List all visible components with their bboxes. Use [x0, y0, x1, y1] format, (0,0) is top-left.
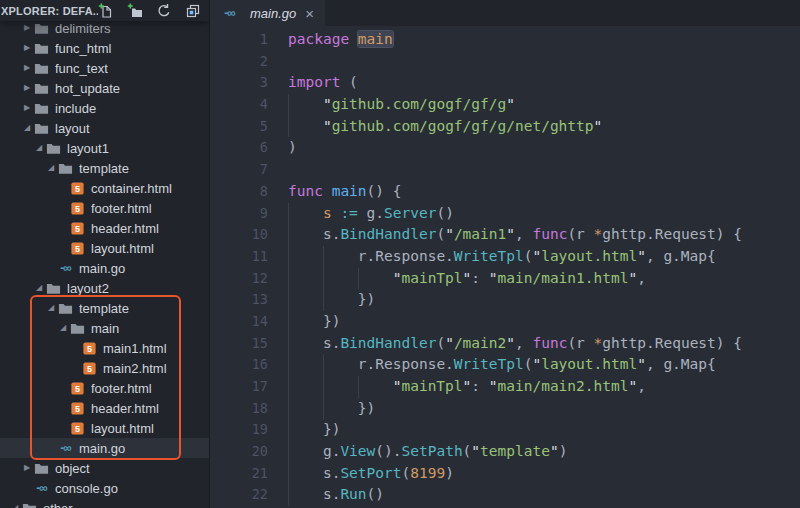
code-line-14[interactable]: 14}) — [210, 311, 800, 333]
chevron-collapsed-icon[interactable]: ▶ — [20, 58, 34, 78]
tree-item-header-html[interactable]: 5header.html — [0, 218, 209, 238]
token-st: mainTpl — [401, 270, 462, 286]
tree-item-object[interactable]: ▶object — [0, 458, 209, 478]
indent-guide — [288, 246, 323, 268]
new-file-button[interactable] — [98, 3, 114, 19]
tree-item-template[interactable]: ◢template — [0, 158, 209, 178]
token-pl: (). — [375, 443, 401, 459]
html-file-icon: 5 — [70, 201, 85, 216]
tree-item-layout-html[interactable]: 5layout.html — [0, 418, 209, 438]
tree-item-label: main.go — [79, 261, 125, 276]
tree-item-template[interactable]: ◢template — [0, 298, 209, 318]
token-pl: r.Response. — [358, 356, 454, 372]
chevron-collapsed-icon[interactable]: ▶ — [20, 78, 34, 98]
token-st: github.com/gogf/gf/g — [332, 96, 507, 112]
token-kw: func — [532, 335, 567, 351]
new-folder-button[interactable] — [127, 3, 143, 19]
refresh-button[interactable] — [156, 3, 172, 19]
folder-icon — [34, 101, 49, 116]
folder-icon — [58, 161, 73, 176]
tree-item-label: footer.html — [91, 381, 152, 396]
code-line-4[interactable]: 4"github.com/gogf/gf/g" — [210, 94, 800, 116]
token-pl: () — [436, 205, 453, 221]
code-line-22[interactable]: 22s.Run() — [210, 484, 800, 506]
chevron-collapsed-icon[interactable]: ▶ — [20, 98, 34, 118]
code-line-8[interactable]: 8func main() { — [210, 181, 800, 203]
token-kw: func — [532, 226, 567, 242]
go-file-icon: -∞ — [222, 6, 237, 21]
tree-item-label: layout2 — [67, 281, 109, 296]
token-pl: }) — [358, 291, 375, 307]
code-line-5[interactable]: 5"github.com/gogf/gf/g/net/ghttp" — [210, 116, 800, 138]
code-line-9[interactable]: 9s := g.Server() — [210, 203, 800, 225]
tree-item-layout[interactable]: ◢layout — [0, 118, 209, 138]
code-line-7[interactable]: 7 — [210, 159, 800, 181]
tree-item-main1-html[interactable]: 5main1.html — [0, 338, 209, 358]
code-line-1[interactable]: 1package main — [210, 29, 800, 51]
token-ca: Server — [384, 205, 436, 221]
token-or: s — [323, 205, 332, 221]
code-line-18[interactable]: 18}) — [210, 398, 800, 420]
code-line-10[interactable]: 10s.BindHandler("/main1", func(r *ghttp.… — [210, 224, 800, 246]
code-line-11[interactable]: 11r.Response.WriteTpl("layout.html", g.M… — [210, 246, 800, 268]
code-line-2[interactable]: 2 — [210, 51, 800, 73]
tree-item-main[interactable]: ◢main — [0, 318, 209, 338]
token-pl: , — [637, 270, 646, 286]
line-number: 21 — [210, 463, 268, 485]
indent-guide — [323, 376, 358, 398]
tree-item-func_html[interactable]: ▶func_html — [0, 38, 209, 58]
token-pl: }) — [358, 400, 375, 416]
tree-item-include[interactable]: ▶include — [0, 98, 209, 118]
tree-item-container-html[interactable]: 5container.html — [0, 178, 209, 198]
token-pl: s. — [323, 486, 340, 502]
chevron-collapsed-icon[interactable]: ▶ — [20, 18, 34, 38]
editor-pane[interactable]: -∞ main.go × 1package main23import (4"gi… — [210, 0, 800, 508]
chevron-expanded-icon[interactable]: ◢ — [44, 158, 58, 178]
tree-item-footer-html[interactable]: 5footer.html — [0, 198, 209, 218]
close-icon[interactable]: × — [303, 6, 316, 21]
tree-item-layout2[interactable]: ◢layout2 — [0, 278, 209, 298]
tree-item-main-go[interactable]: -∞main.go — [0, 258, 209, 278]
tree-item-main-go[interactable]: -∞main.go — [0, 438, 209, 458]
chevron-collapsed-icon[interactable]: ▶ — [20, 458, 34, 478]
chevron-expanded-icon[interactable]: ◢ — [32, 278, 46, 298]
code-line-21[interactable]: 21s.SetPort(8199) — [210, 463, 800, 485]
code-area[interactable]: 1package main23import (4"github.com/gogf… — [210, 26, 800, 508]
token-q: " — [463, 378, 472, 394]
tree-item-footer-html[interactable]: 5footer.html — [0, 378, 209, 398]
code-line-6[interactable]: 6) — [210, 137, 800, 159]
code-line-3[interactable]: 3import ( — [210, 72, 800, 94]
code-line-15[interactable]: 15s.BindHandler("/main2", func(r *ghttp.… — [210, 333, 800, 355]
chevron-expanded-icon[interactable]: ◢ — [56, 318, 70, 338]
html-file-icon: 5 — [70, 421, 85, 436]
token-q: " — [550, 443, 559, 459]
code-line-17[interactable]: 17"mainTpl": "main/main2.html", — [210, 376, 800, 398]
tree-item-layout-html[interactable]: 5layout.html — [0, 238, 209, 258]
tab-main-go[interactable]: -∞ main.go × — [210, 0, 325, 26]
chevron-expanded-icon[interactable]: ◢ — [32, 138, 46, 158]
collapse-all-button[interactable] — [185, 3, 201, 19]
chevron-expanded-icon[interactable]: ◢ — [20, 118, 34, 138]
tree-item-other[interactable]: ◢other — [0, 498, 209, 508]
tree-item-layout1[interactable]: ◢layout1 — [0, 138, 209, 158]
code-line-16[interactable]: 16r.Response.WriteTpl("layout.html", g.M… — [210, 354, 800, 376]
chevron-expanded-icon[interactable]: ◢ — [8, 498, 22, 508]
code-line-13[interactable]: 13}) — [210, 289, 800, 311]
chevron-expanded-icon[interactable]: ◢ — [44, 298, 58, 318]
tree-item-func_text[interactable]: ▶func_text — [0, 58, 209, 78]
tree-item-header-html[interactable]: 5header.html — [0, 398, 209, 418]
chevron-collapsed-icon[interactable]: ▶ — [20, 38, 34, 58]
tree-item-console-go[interactable]: -∞console.go — [0, 478, 209, 498]
tree-item-hot_update[interactable]: ▶hot_update — [0, 78, 209, 98]
tree-item-main2-html[interactable]: 5main2.html — [0, 358, 209, 378]
indent-guide — [288, 354, 323, 376]
tree-item-delimiters[interactable]: ▶delimiters — [0, 18, 209, 38]
svg-text:5: 5 — [75, 203, 80, 213]
code-line-19[interactable]: 19}) — [210, 419, 800, 441]
tree-item-label: template — [79, 301, 129, 316]
code-line-20[interactable]: 20g.View().SetPath("template") — [210, 441, 800, 463]
line-number: 19 — [210, 419, 268, 441]
go-file-icon: -∞ — [34, 481, 49, 496]
code-line-12[interactable]: 12"mainTpl": "main/main1.html", — [210, 268, 800, 290]
token-pl: , — [515, 335, 532, 351]
